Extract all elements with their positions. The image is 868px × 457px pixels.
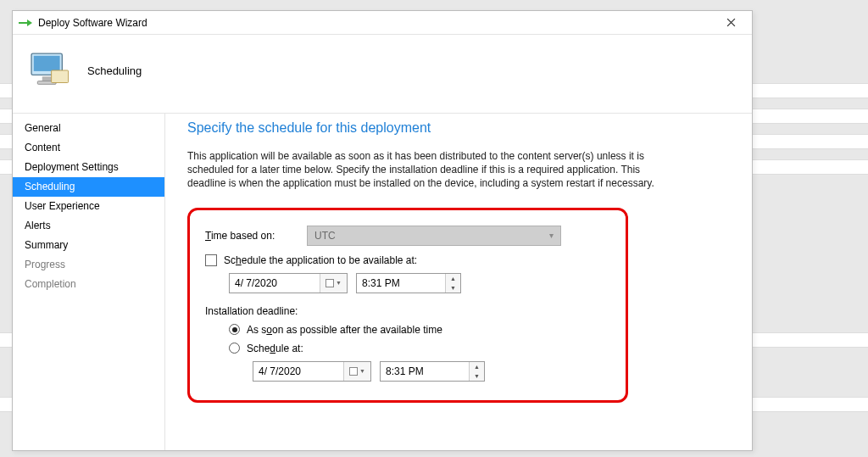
sidebar-item-scheduling[interactable]: Scheduling (13, 177, 164, 197)
deadline-time-value: 8:31 PM (381, 365, 469, 377)
deploy-wizard-window: Deploy Software Wizard Scheduling Genera… (12, 10, 753, 451)
sidebar-item-deployment-settings[interactable]: Deployment Settings (13, 158, 164, 177)
titlebar: Deploy Software Wizard (13, 11, 752, 35)
time-based-value: UTC (314, 230, 336, 242)
window-title: Deploy Software Wizard (38, 17, 715, 29)
schedule-available-label: Schedule the application to be available… (224, 254, 417, 266)
header-panel: Scheduling (13, 35, 752, 113)
close-icon (726, 18, 736, 27)
calendar-dropdown-icon: ▼ (343, 362, 370, 381)
chevron-down-icon: ▾ (549, 231, 554, 240)
content-heading: Specify the schedule for this deployment (187, 120, 730, 136)
schedule-available-checkbox[interactable] (205, 254, 217, 266)
deadline-time-picker[interactable]: 8:31 PM ▲▼ (380, 361, 485, 382)
sidebar-item-general[interactable]: General (13, 119, 164, 138)
content-panel: Specify the schedule for this deployment… (165, 114, 752, 450)
arrow-right-icon (18, 15, 33, 31)
svg-rect-1 (34, 56, 60, 71)
available-date-picker[interactable]: 4/ 7/2020 ▼ (229, 273, 348, 293)
deadline-date-value: 4/ 7/2020 (253, 365, 343, 377)
deadline-asap-radio[interactable] (229, 324, 240, 335)
sidebar-item-progress: Progress (13, 255, 164, 275)
time-based-select[interactable]: UTC ▾ (307, 226, 561, 246)
calendar-dropdown-icon: ▼ (320, 274, 347, 293)
close-button[interactable] (715, 14, 747, 32)
monitor-icon (21, 43, 75, 98)
available-time-value: 8:31 PM (357, 277, 445, 289)
spinner-icon: ▲▼ (445, 274, 460, 293)
spinner-icon: ▲▼ (469, 362, 484, 381)
sidebar-item-content[interactable]: Content (13, 138, 164, 158)
sidebar-item-completion: Completion (13, 275, 164, 294)
deadline-schedule-label: Schedule at: (247, 343, 303, 354)
deadline-schedule-radio[interactable] (229, 343, 240, 354)
svg-rect-4 (52, 70, 69, 83)
sidebar-item-summary[interactable]: Summary (13, 236, 164, 255)
available-time-picker[interactable]: 8:31 PM ▲▼ (356, 273, 461, 293)
deadline-asap-label: As soon as possible after the available … (247, 324, 442, 336)
deadline-date-picker[interactable]: 4/ 7/2020 ▼ (253, 361, 371, 382)
svg-rect-2 (42, 76, 52, 81)
deadline-label: Installation deadline: (205, 305, 610, 317)
page-title: Scheduling (87, 64, 142, 77)
time-based-label: Time based on: (205, 230, 307, 242)
sidebar-item-user-experience[interactable]: User Experience (13, 197, 164, 216)
sidebar-item-alerts[interactable]: Alerts (13, 216, 164, 236)
schedule-settings-highlight: Time based on: UTC ▾ Schedule the applic… (187, 208, 628, 403)
content-description: This application will be available as so… (187, 149, 662, 191)
available-date-value: 4/ 7/2020 (230, 277, 320, 289)
sidebar: General Content Deployment Settings Sche… (13, 114, 165, 450)
